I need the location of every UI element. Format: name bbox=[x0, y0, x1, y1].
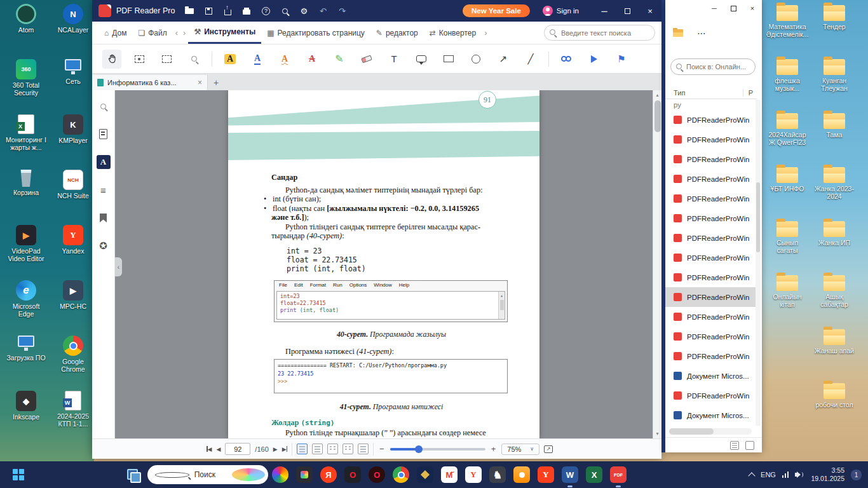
document-scrollbar[interactable]: ▴ ▾ bbox=[653, 90, 661, 438]
desktop-folder[interactable]: Математика Әдістемелік... bbox=[766, 5, 808, 46]
column-size[interactable]: Р bbox=[743, 89, 757, 97]
zoom-out-button[interactable]: − bbox=[378, 444, 386, 454]
more-options-button[interactable]: ⋯ bbox=[697, 28, 706, 38]
taskbar-search[interactable]: Поиск bbox=[147, 465, 268, 484]
highlight-tool[interactable]: A bbox=[220, 50, 240, 69]
file-row[interactable]: PDFReaderProWin bbox=[665, 110, 757, 130]
scrollbar-thumb[interactable] bbox=[669, 428, 714, 435]
file-row[interactable]: PDFReaderProWin bbox=[665, 228, 757, 248]
desktop-folder[interactable]: Ашық сабақтар bbox=[813, 275, 855, 316]
file-row[interactable]: PDFReaderProWin bbox=[665, 327, 757, 346]
sidebar-stamps-button[interactable]: ✪ bbox=[97, 239, 111, 253]
desktop-folder[interactable]: Тама bbox=[813, 113, 855, 154]
sidebar-collapse-handle[interactable]: ‹ bbox=[115, 257, 122, 276]
taskbar-app-excel[interactable]: X bbox=[586, 466, 602, 483]
desktop-icon-videopad[interactable]: ▶VideoPad Video Editor bbox=[5, 225, 47, 267]
single-page-view-button[interactable] bbox=[312, 444, 323, 454]
thumbnail-view-icon[interactable] bbox=[745, 441, 754, 450]
sidebar-outline-button[interactable]: ≡ bbox=[97, 183, 111, 197]
desktop-icon-yandex[interactable]: YYandex bbox=[52, 225, 94, 267]
file-search-input[interactable] bbox=[670, 58, 756, 75]
taskbar-app-pdf-reader[interactable]: PDF bbox=[610, 466, 627, 483]
file-row[interactable]: PDFReaderProWin bbox=[665, 307, 757, 327]
menu-edit-page[interactable]: ▦Редактировать страницу bbox=[261, 22, 370, 44]
file-row[interactable]: Документ Micros... bbox=[665, 366, 757, 386]
desktop-icon-ktp-doc[interactable]: W2024-2025 КТП 1-1... bbox=[52, 391, 94, 433]
desktop-folder[interactable]: робочи стол bbox=[813, 383, 855, 424]
desktop-icon-edge[interactable]: eMicrosoft Edge bbox=[5, 280, 47, 322]
redo-button[interactable]: ↷ bbox=[332, 4, 351, 18]
zoom-in-button[interactable]: + bbox=[490, 444, 498, 454]
sidebar-annotations-button[interactable]: A bbox=[97, 155, 111, 169]
hand-tool[interactable] bbox=[102, 50, 121, 69]
eraser-tool[interactable] bbox=[357, 50, 376, 69]
nav-forward-chevron[interactable]: › bbox=[180, 28, 188, 37]
scroll-down-icon[interactable]: ▾ bbox=[653, 431, 661, 437]
taskbar-app-word[interactable]: W bbox=[562, 466, 578, 483]
text-tool[interactable]: T bbox=[384, 50, 403, 69]
zoom-slider[interactable] bbox=[390, 448, 485, 451]
file-row[interactable]: PDFReaderProWin bbox=[665, 248, 757, 268]
marquee-select-tool[interactable] bbox=[157, 50, 176, 69]
desktop-icon-360-security[interactable]: 360360 Total Security bbox=[5, 59, 47, 101]
panel-close-button[interactable]: × bbox=[743, 0, 762, 17]
desktop-folder[interactable]: флешка музык... bbox=[766, 59, 808, 100]
scrollbar-thumb[interactable] bbox=[756, 182, 760, 252]
menu-editor[interactable]: ✎редактор bbox=[370, 22, 424, 44]
taskbar-app-games[interactable] bbox=[513, 466, 530, 483]
line-tool[interactable]: ╱ bbox=[521, 50, 540, 69]
first-page-button[interactable]: ◀ bbox=[207, 446, 212, 452]
sidebar-bookmarks-button[interactable] bbox=[97, 211, 111, 225]
desktop-folder[interactable]: 2024Хайсар Ж QwerFl23 bbox=[766, 113, 808, 154]
desktop-folder[interactable]: Сынып сағаты bbox=[766, 221, 808, 262]
desktop-icon-mpc-hc[interactable]: ▶MPC-HC bbox=[52, 280, 94, 322]
volume-icon[interactable] bbox=[795, 471, 804, 478]
desktop-icon-kmplayer[interactable]: KKMPlayer bbox=[52, 114, 94, 156]
file-row[interactable]: PDFReaderProWin bbox=[665, 268, 757, 287]
file-row[interactable]: PDFReaderProWin bbox=[665, 208, 757, 228]
document-tab[interactable]: Информатика 6 каз... × bbox=[92, 75, 208, 90]
settings-button[interactable]: ⚙ bbox=[294, 4, 313, 18]
file-row[interactable]: PDFReaderProWin bbox=[665, 189, 757, 208]
panel-minimize-button[interactable]: ─ bbox=[705, 0, 724, 17]
scroll-up-icon[interactable]: ▴ bbox=[653, 92, 661, 98]
file-row[interactable]: PDFReaderProWin bbox=[665, 130, 757, 149]
menu-tools[interactable]: ⚒Инструменты bbox=[188, 22, 261, 44]
strikeout-tool[interactable]: A bbox=[302, 50, 322, 69]
file-row-partial[interactable]: ру bbox=[665, 100, 757, 110]
taskbar-app-photos[interactable] bbox=[296, 466, 313, 483]
desktop-folder[interactable]: Жанаш апай bbox=[813, 329, 855, 370]
page-number-input[interactable] bbox=[225, 443, 250, 455]
start-button[interactable] bbox=[9, 465, 28, 484]
squiggly-tool[interactable]: A bbox=[275, 50, 294, 69]
list-view-icon[interactable] bbox=[730, 441, 739, 450]
desktop-icon-chrome[interactable]: Google Chrome bbox=[52, 336, 94, 377]
taskbar-app-yandex-start[interactable]: Y bbox=[538, 466, 554, 483]
tab-close-icon[interactable]: × bbox=[198, 78, 202, 87]
link-tool[interactable] bbox=[557, 50, 576, 69]
taskbar-app-opera-gx[interactable]: O bbox=[369, 466, 385, 483]
share-button[interactable] bbox=[218, 4, 237, 18]
next-page-button[interactable]: ▶ bbox=[273, 446, 278, 452]
open-file-button[interactable] bbox=[180, 4, 199, 18]
taskbar-app-chess[interactable]: ♞ bbox=[489, 466, 506, 483]
desktop-folder[interactable]: Куанган Тлеужан bbox=[813, 59, 855, 100]
desktop-folder[interactable]: Онлайын кітап bbox=[766, 275, 808, 316]
file-list-scrollbar[interactable] bbox=[756, 100, 761, 426]
sidebar-search-button[interactable] bbox=[97, 99, 111, 113]
file-list-hscrollbar[interactable] bbox=[669, 428, 752, 435]
maximize-button[interactable] bbox=[616, 0, 639, 22]
search-button[interactable] bbox=[275, 4, 294, 18]
taskbar-app-chrome[interactable] bbox=[393, 466, 409, 483]
taskbar-app-security[interactable] bbox=[417, 466, 433, 483]
lasso-select-tool[interactable] bbox=[130, 50, 149, 69]
desktop-icon-recycle-bin[interactable]: Корзина bbox=[5, 170, 47, 212]
menu-converter[interactable]: ⇄Конвертер bbox=[424, 22, 482, 44]
notification-badge[interactable]: 1 bbox=[851, 470, 862, 480]
sign-in-button[interactable]: Sign in bbox=[543, 6, 579, 16]
file-row[interactable]: PDFReaderProWin bbox=[665, 386, 757, 405]
desktop-folder[interactable]: Жанка 2023-2024 bbox=[813, 167, 855, 208]
taskbar-app-mail-ru[interactable]: М̆ bbox=[441, 466, 458, 483]
minimize-button[interactable]: ─ bbox=[593, 0, 616, 22]
two-page-view-button[interactable] bbox=[327, 444, 338, 454]
